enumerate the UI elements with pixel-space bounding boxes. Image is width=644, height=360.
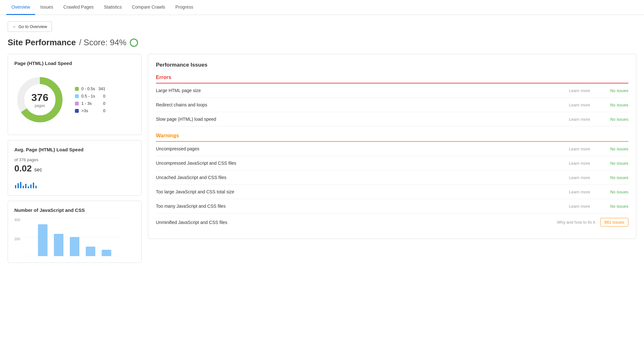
performance-issues-card: Performance Issues Errors Large HTML pag…	[148, 54, 636, 239]
issue-row-redirect: Redirect chains and loops Learn more No …	[156, 98, 628, 112]
legend-dot-2	[75, 102, 79, 105]
tab-progress[interactable]: Progress	[170, 0, 198, 15]
learn-more-too-many[interactable]: Learn more	[569, 204, 590, 209]
score-text: / Score: 94%	[79, 38, 127, 47]
legend-value-1: 0	[98, 94, 105, 98]
main-content: ← Go to Overview Site Performance / Scor…	[0, 15, 644, 269]
legend-dot-3	[75, 109, 79, 113]
donut-center: 376 pages	[31, 92, 48, 108]
legend-value-3: 0	[98, 108, 105, 113]
js-css-title: Number of JavaScript and CSS	[14, 207, 135, 213]
tab-crawled-pages[interactable]: Crawled Pages	[58, 0, 99, 15]
issue-name-slow-html: Slow page (HTML) load speed	[156, 117, 569, 122]
load-speed-card: Page (HTML) Load Speed 376	[8, 54, 142, 135]
status-redirect: No issues	[603, 103, 628, 107]
title-text: Site Performance	[8, 38, 76, 47]
legend-dot-1	[75, 94, 79, 98]
issue-row-large-html: Large HTML page size Learn more No issue…	[156, 83, 628, 98]
avg-speed-value: 0.02 sec	[14, 163, 135, 174]
svg-rect-17	[70, 237, 79, 256]
go-to-overview-button[interactable]: ← Go to Overview	[8, 21, 52, 32]
learn-more-uncached[interactable]: Learn more	[569, 175, 590, 180]
page-title: Site Performance / Score: 94%	[8, 38, 636, 47]
tab-compare-crawls[interactable]: Compare Crawls	[127, 0, 170, 15]
issue-row-slow-html: Slow page (HTML) load speed Learn more N…	[156, 112, 628, 126]
js-css-chart-area: 400 200	[14, 218, 135, 256]
svg-rect-18	[86, 247, 95, 256]
issue-row-unminified: Unminified JavaScript and CSS files Why …	[156, 213, 628, 231]
avg-speed-title: Avg. Page (HTML) Load Speed	[14, 147, 135, 152]
issue-row-uncompressed-pages: Uncompressed pages Learn more No issues	[156, 142, 628, 156]
svg-rect-4	[18, 183, 19, 188]
issue-row-uncompressed-js-css: Uncompressed JavaScript and CSS files Le…	[156, 156, 628, 170]
svg-rect-19	[102, 250, 111, 256]
issue-row-large-total: Too large JavaScript and CSS total size …	[156, 185, 628, 199]
legend-label-0: 0 - 0.5s	[81, 86, 95, 91]
y-axis: 400 200	[14, 218, 23, 256]
issue-name-uncompressed-pages: Uncompressed pages	[156, 146, 569, 151]
status-uncompressed-js-css: No issues	[603, 161, 628, 166]
status-large-total: No issues	[603, 190, 628, 194]
js-css-bar-chart	[25, 218, 121, 256]
legend: 0 - 0.5s 341 0.5 - 1s 0 1 - 3s 0	[75, 86, 105, 113]
svg-rect-11	[35, 186, 37, 188]
svg-rect-15	[38, 224, 48, 256]
donut-label: pages	[31, 104, 48, 108]
left-column: Page (HTML) Load Speed 376	[8, 54, 142, 263]
issue-name-uncached: Uncached JavaScript and CSS files	[156, 175, 569, 180]
svg-rect-10	[33, 183, 34, 188]
svg-rect-3	[15, 185, 16, 188]
tab-overview[interactable]: Overview	[6, 0, 35, 15]
learn-more-large-total[interactable]: Learn more	[569, 190, 590, 194]
svg-rect-9	[30, 184, 32, 188]
learn-more-large-html[interactable]: Learn more	[569, 88, 590, 93]
top-navigation: Overview Issues Crawled Pages Statistics…	[0, 0, 644, 15]
issue-name-large-html: Large HTML page size	[156, 88, 569, 93]
donut-chart: 376 pages	[14, 74, 65, 125]
svg-rect-5	[20, 182, 21, 188]
issue-row-too-many: Too many JavaScript and CSS files Learn …	[156, 199, 628, 213]
status-slow-html: No issues	[603, 117, 628, 122]
issue-name-too-many: Too many JavaScript and CSS files	[156, 204, 569, 209]
mini-speed-chart	[14, 176, 135, 189]
learn-more-slow-html[interactable]: Learn more	[569, 117, 590, 122]
legend-label-1: 0.5 - 1s	[81, 94, 95, 98]
learn-more-uncompressed-pages[interactable]: Learn more	[569, 147, 590, 151]
status-too-many: No issues	[603, 204, 628, 209]
status-large-html: No issues	[603, 88, 628, 93]
learn-more-uncompressed-js-css[interactable]: Learn more	[569, 161, 590, 166]
status-uncompressed-pages: No issues	[603, 147, 628, 151]
js-css-card: Number of JavaScript and CSS 400 200	[8, 201, 142, 263]
legend-item-3: >3s 0	[75, 108, 105, 113]
issue-name-redirect: Redirect chains and loops	[156, 102, 569, 107]
svg-rect-8	[28, 186, 29, 188]
legend-item-2: 1 - 3s 0	[75, 101, 105, 106]
arrow-left-icon: ←	[12, 24, 17, 29]
errors-section-header: Errors	[156, 75, 628, 83]
donut-number: 376	[31, 92, 48, 104]
issue-name-large-total: Too large JavaScript and CSS total size	[156, 189, 569, 194]
svg-rect-16	[54, 234, 63, 256]
legend-value-2: 0	[98, 101, 105, 106]
warnings-section-header: Warnings	[156, 133, 628, 142]
tab-statistics[interactable]: Statistics	[99, 0, 127, 15]
legend-label-2: 1 - 3s	[81, 101, 92, 106]
issue-row-uncached: Uncached JavaScript and CSS files Learn …	[156, 170, 628, 185]
tab-issues[interactable]: Issues	[35, 0, 58, 15]
svg-rect-6	[23, 186, 24, 188]
issue-name-uncompressed-js-css: Uncompressed JavaScript and CSS files	[156, 161, 569, 166]
issue-name-unminified: Unminified JavaScript and CSS files	[156, 220, 557, 225]
why-fix-unminified[interactable]: Why and how to fix it	[557, 220, 595, 225]
issues-count-button-unminified[interactable]: 881 issues	[600, 218, 628, 227]
donut-section: 376 pages 0 - 0.5s 341 0.5 - 1s	[14, 71, 135, 128]
legend-value-0: 341	[98, 86, 105, 91]
legend-item-0: 0 - 0.5s 341	[75, 86, 105, 91]
svg-rect-7	[25, 184, 26, 188]
legend-item-1: 0.5 - 1s 0	[75, 94, 105, 98]
learn-more-redirect[interactable]: Learn more	[569, 103, 590, 107]
score-icon	[130, 39, 138, 47]
right-column: Performance Issues Errors Large HTML pag…	[148, 54, 636, 263]
perf-issues-title: Performance Issues	[156, 62, 628, 68]
load-speed-title: Page (HTML) Load Speed	[14, 61, 135, 66]
content-grid: Page (HTML) Load Speed 376	[8, 54, 636, 263]
